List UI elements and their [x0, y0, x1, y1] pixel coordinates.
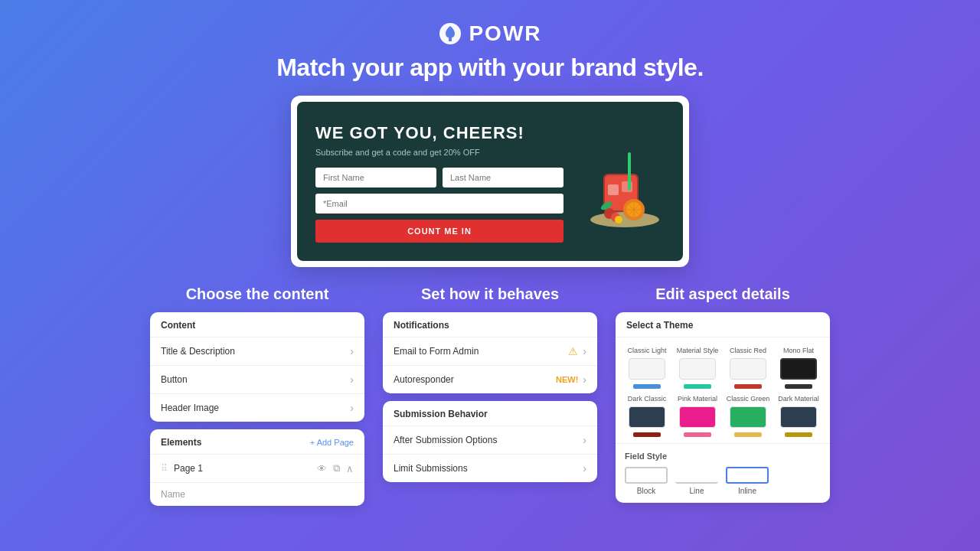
select-theme-header: Select a Theme — [616, 312, 830, 337]
email-admin-label: Email to Form Admin — [394, 346, 479, 357]
page-eye-icon[interactable]: 👁 — [317, 463, 327, 474]
field-style-label: Field Style — [625, 452, 821, 461]
field-inline-label: Inline — [738, 487, 756, 495]
theme-classic-green-accent — [734, 432, 762, 437]
drag-icon: ⠿ — [161, 463, 168, 474]
theme-dark-classic[interactable]: Dark Classic — [625, 395, 669, 437]
field-line-preview — [675, 467, 718, 484]
add-page-button[interactable]: + Add Page — [310, 438, 354, 447]
theme-material-style-accent — [684, 384, 711, 389]
powr-icon — [438, 21, 462, 46]
autoresponder-chevron-icon: › — [583, 373, 586, 386]
behavior-panel: Set how it behaves Notifications Email t… — [383, 285, 597, 506]
header-image-chevron-icon: › — [350, 402, 354, 414]
svg-rect-7 — [628, 152, 631, 191]
themes-grid: Classic Light Material Style Classic Red — [616, 337, 830, 443]
theme-dark-material[interactable]: Dark Material — [776, 395, 821, 437]
after-submission-label: After Submission Options — [394, 435, 497, 445]
bottom-section: Choose the content Content Title & Descr… — [0, 285, 980, 506]
limit-submissions-row[interactable]: Limit Submissions › — [383, 455, 597, 482]
last-name-input[interactable] — [443, 168, 564, 187]
limit-submissions-chevron-icon: › — [583, 462, 586, 474]
field-inline-preview — [726, 467, 769, 484]
content-button-label: Button — [161, 374, 188, 385]
theme-dark-material-label: Dark Material — [778, 395, 819, 403]
design-panel-heading: Edit aspect details — [616, 285, 830, 303]
theme-dark-material-swatch — [780, 406, 817, 428]
field-style-inline[interactable]: Inline — [726, 467, 769, 495]
new-badge: NEW! — [556, 375, 578, 384]
content-row-title[interactable]: Title & Description › — [150, 337, 364, 366]
header: POWR Match your app with your brand styl… — [0, 0, 980, 96]
theme-dark-classic-swatch — [629, 406, 665, 428]
theme-classic-red-swatch — [730, 358, 766, 380]
preview-inner: WE GOT YOU, CHEERS! Subscribe and get a … — [297, 102, 683, 261]
warn-icon: ⚠ — [568, 345, 578, 357]
theme-mono-flat-accent — [785, 384, 812, 389]
content-row-header-image[interactable]: Header Image › — [150, 394, 364, 422]
email-admin-chevron-icon: › — [583, 345, 586, 357]
theme-classic-green[interactable]: Classic Green — [726, 395, 770, 437]
theme-dark-classic-label: Dark Classic — [628, 395, 667, 403]
preview-image — [564, 129, 686, 236]
theme-classic-light-swatch — [629, 358, 665, 380]
page1-row[interactable]: ⠿ Page 1 👁 ⧉ ∧ — [150, 455, 364, 483]
content-panel-heading: Choose the content — [150, 285, 364, 303]
notifications-card: Notifications Email to Form Admin ⚠ › Au… — [383, 312, 597, 393]
theme-mono-flat-label: Mono Flat — [783, 347, 814, 355]
button-chevron-icon: › — [350, 373, 354, 386]
name-placeholder-text: Name — [161, 489, 185, 500]
theme-pink-material-swatch — [679, 406, 716, 428]
field-styles-row: Block Line Inline — [625, 467, 821, 495]
elements-title: Elements — [161, 437, 201, 448]
autoresponder-label: Autoresponder — [394, 374, 454, 385]
email-admin-row[interactable]: Email to Form Admin ⚠ › — [383, 337, 597, 366]
elements-card: Elements + Add Page ⠿ Page 1 👁 ⧉ ∧ Name — [150, 429, 364, 506]
field-style-line[interactable]: Line — [675, 467, 718, 495]
page-collapse-icon[interactable]: ∧ — [346, 463, 354, 474]
logo-row: POWR — [0, 21, 980, 46]
theme-dark-material-accent — [785, 432, 812, 437]
svg-rect-5 — [608, 184, 619, 195]
submission-header: Submission Behavior — [383, 401, 597, 426]
field-block-preview — [625, 467, 668, 484]
theme-material-style-swatch — [679, 358, 716, 380]
after-submission-row[interactable]: After Submission Options › — [383, 426, 597, 455]
preview-card: WE GOT YOU, CHEERS! Subscribe and get a … — [291, 96, 689, 267]
after-submission-chevron-icon: › — [583, 434, 586, 446]
page1-row-right: 👁 ⧉ ∧ — [317, 462, 354, 474]
theme-dark-classic-accent — [633, 432, 661, 437]
theme-material-style[interactable]: Material Style — [675, 347, 720, 389]
page1-label: Page 1 — [174, 463, 203, 474]
content-panel: Choose the content Content Title & Descr… — [150, 285, 364, 506]
content-title-label: Title & Description — [161, 346, 235, 357]
preview-wrapper: WE GOT YOU, CHEERS! Subscribe and get a … — [0, 96, 980, 267]
content-row-button[interactable]: Button › — [150, 366, 364, 394]
count-me-in-button[interactable]: COUNT ME IN — [315, 220, 564, 243]
theme-classic-red-accent — [734, 384, 762, 389]
title-chevron-icon: › — [350, 345, 354, 357]
drink-illustration — [571, 129, 678, 236]
email-input[interactable] — [315, 194, 564, 214]
autoresponder-row[interactable]: Autoresponder NEW! › — [383, 366, 597, 393]
first-name-input[interactable] — [315, 168, 436, 187]
content-card-header: Content — [150, 312, 364, 337]
field-line-label: Line — [690, 487, 704, 495]
content-card: Content Title & Description › Button › H… — [150, 312, 364, 422]
page-copy-icon[interactable]: ⧉ — [333, 462, 340, 474]
theme-material-style-label: Material Style — [677, 347, 719, 355]
theme-pink-material[interactable]: Pink Material — [675, 395, 720, 437]
theme-mono-flat[interactable]: Mono Flat — [776, 347, 821, 389]
preview-title: WE GOT YOU, CHEERS! — [315, 123, 564, 143]
tagline: Match your app with your brand style. — [0, 54, 980, 82]
field-block-label: Block — [637, 487, 655, 495]
page1-row-left: ⠿ Page 1 — [161, 463, 203, 474]
theme-classic-light-label: Classic Light — [627, 347, 666, 355]
design-card: Select a Theme Classic Light Material St… — [616, 312, 830, 503]
notifications-header: Notifications — [383, 312, 597, 337]
field-style-block[interactable]: Block — [625, 467, 668, 495]
header-image-label: Header Image — [161, 403, 219, 413]
theme-classic-green-label: Classic Green — [727, 395, 770, 403]
theme-classic-red[interactable]: Classic Red — [726, 347, 770, 389]
theme-classic-light[interactable]: Classic Light — [625, 347, 669, 389]
